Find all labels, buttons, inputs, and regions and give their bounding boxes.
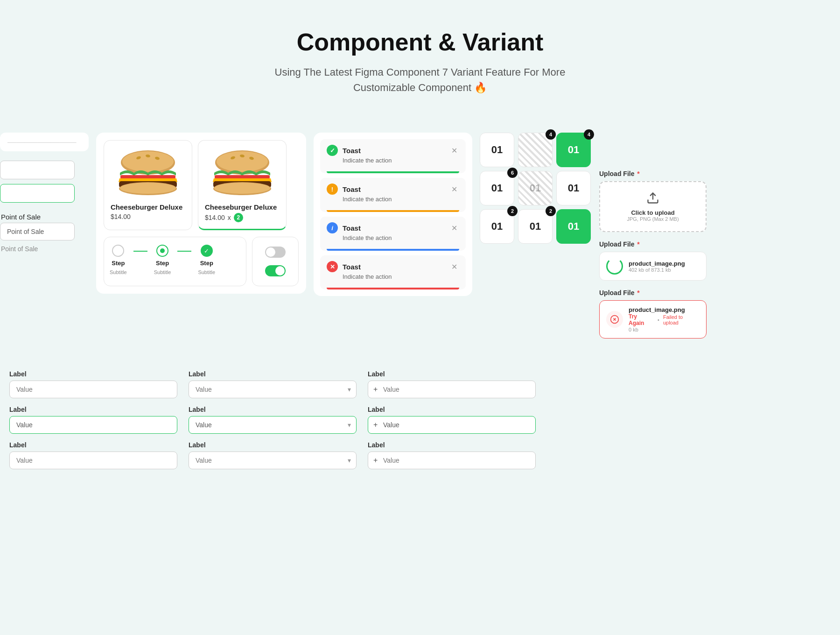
toggle-card <box>252 237 299 286</box>
form-group-1-3: Label <box>9 441 177 469</box>
form-input-3-1[interactable] <box>368 381 536 398</box>
form-group-3-3: Label + <box>368 441 536 469</box>
step-label-2: Step <box>156 260 169 267</box>
form-input-2-3[interactable] <box>189 452 357 469</box>
toast-title-error: Toast <box>343 263 445 271</box>
toggle-on[interactable] <box>265 265 286 276</box>
badge-label-3: 01 <box>568 144 579 156</box>
step-subtitle-2: Subtitle <box>154 269 171 275</box>
pos-input-empty <box>0 161 75 179</box>
step-item-1: Step Subtitle <box>110 245 127 275</box>
toggle-off[interactable] <box>265 247 286 258</box>
plus-icon-3-1: + <box>373 385 378 394</box>
pos-label-text-1: Point of Sale <box>0 209 89 223</box>
form-input-wrapper-3-1: + <box>368 381 536 398</box>
form-group-2-2: Label ▾ <box>189 406 357 434</box>
try-again-button[interactable]: Try Again <box>629 313 654 326</box>
form-col-3: Label + Label + Label + <box>368 370 536 477</box>
stepper-card: Step Subtitle Step Subtitle <box>104 237 246 286</box>
toast-title-success: Toast <box>343 147 445 155</box>
toast-card-success: ✓ Toast ✕ Indicate the action <box>320 139 466 173</box>
badge-num-2: 4 <box>546 129 556 140</box>
form-input-wrapper-3-3: + <box>368 452 536 469</box>
form-input-wrapper-2-1: ▾ <box>189 381 357 398</box>
upload-box-empty[interactable]: Click to upload JPG, PNG (Max 2 MB) <box>599 181 707 232</box>
form-label-2-3: Label <box>189 441 357 449</box>
pos-label-1: ──────────────── <box>7 139 76 146</box>
svg-rect-14 <box>215 175 270 179</box>
form-input-2-2[interactable] <box>189 416 357 434</box>
upload-click-text: Click to upload <box>609 209 696 216</box>
form-input-3-3[interactable] <box>368 452 536 469</box>
upload-filename-loading: product_image.png <box>629 260 685 267</box>
svg-point-17 <box>214 183 270 194</box>
form-label-3-3: Label <box>368 441 536 449</box>
form-group-1-1: Label <box>9 370 177 398</box>
upload-file-card-error: product_image.png Try Again • Failed to … <box>599 300 707 339</box>
warning-icon: ! <box>331 186 333 193</box>
form-label-1-1: Label <box>9 370 177 378</box>
chevron-down-icon-2-2: ▾ <box>348 421 351 429</box>
upload-error-row: Try Again • Failed to upload <box>629 313 700 326</box>
svg-point-1 <box>122 151 174 172</box>
form-group-1-2: Label <box>9 406 177 434</box>
badge-card-6: 01 <box>556 171 591 205</box>
pos-label-outline: Point of Sale <box>0 223 75 240</box>
pos-input-green <box>0 184 75 203</box>
form-input-wrapper-3-2: + <box>368 416 536 434</box>
upload-section-empty: Upload File * Click to upload JPG, PNG (… <box>599 170 707 232</box>
svg-point-10 <box>217 151 268 172</box>
upload-file-info-loading: product_image.png 402 kb of 873.1 kb <box>629 260 685 273</box>
toast-title-warning: Toast <box>343 185 445 193</box>
product-card-2[interactable]: Cheeseburger Deluxe $14.00 x 2 <box>198 140 287 230</box>
toast-close-error[interactable]: ✕ <box>449 261 459 272</box>
upload-error-text: Failed to upload <box>663 314 700 325</box>
form-group-2-3: Label ▾ <box>189 441 357 469</box>
badge-card-8: 01 2 <box>518 209 553 244</box>
form-label-1-3: Label <box>9 441 177 449</box>
toast-close-success[interactable]: ✕ <box>449 145 459 156</box>
product-price-1: $14.00 <box>111 213 185 220</box>
upload-filename-error: product_image.png <box>629 306 700 313</box>
upload-error-size: 0 kb <box>629 327 700 332</box>
form-label-2-1: Label <box>189 370 357 378</box>
main-content: ──────────────── Point of Sale Point of … <box>0 133 840 366</box>
step-subtitle-1: Subtitle <box>110 269 127 275</box>
badge-label-7: 01 <box>491 220 503 233</box>
form-input-2-1[interactable] <box>189 381 357 398</box>
form-group-3-1: Label + <box>368 370 536 398</box>
svg-point-8 <box>120 183 176 194</box>
toast-card-info: i Toast ✕ Indicate the action <box>320 217 466 251</box>
step-item-2: Step Subtitle <box>154 245 171 275</box>
form-input-1-2[interactable] <box>9 416 177 434</box>
form-input-1-3[interactable] <box>9 452 177 469</box>
form-label-3-2: Label <box>368 406 536 413</box>
products-wrapper: Cheeseburger Deluxe $14.00 <box>96 133 306 294</box>
upload-progress-text: 402 kb of 873.1 kb <box>629 267 685 273</box>
badge-label-1: 01 <box>491 144 503 156</box>
upload-section-loading: Upload File * product_image.png 402 kb o… <box>599 240 707 281</box>
product-card-1[interactable]: Cheeseburger Deluxe $14.00 <box>104 140 192 230</box>
toggle-knob-on <box>275 266 285 275</box>
step-label-1: Step <box>112 260 125 267</box>
toast-header-success: ✓ Toast ✕ <box>327 145 459 156</box>
form-input-3-2[interactable] <box>368 416 536 434</box>
col-products: Cheeseburger Deluxe $14.00 <box>96 133 306 294</box>
col-point-of-sale: ──────────────── Point of Sale Point of … <box>0 133 89 254</box>
toast-close-warning[interactable]: ✕ <box>449 184 459 195</box>
toast-container: ✓ Toast ✕ Indicate the action ! Toast ✕ … <box>314 133 472 296</box>
form-input-1-1[interactable] <box>9 381 177 398</box>
toast-body-error: Indicate the action <box>343 273 459 285</box>
toast-close-info[interactable]: ✕ <box>449 223 459 233</box>
toast-header-warning: ! Toast ✕ <box>327 183 459 195</box>
product-name-2: Cheeseburger Deluxe <box>205 203 280 211</box>
toast-header-error: ✕ Toast ✕ <box>327 261 459 272</box>
burger-image-2 <box>205 147 280 198</box>
required-star-1: * <box>637 170 639 177</box>
col-toast: ✓ Toast ✕ Indicate the action ! Toast ✕ … <box>314 133 472 296</box>
toast-card-warning: ! Toast ✕ Indicate the action <box>320 178 466 212</box>
pos-label-plain: Point of Sale <box>0 243 89 254</box>
upload-section-error: Upload File * product_image.png Try Agai… <box>599 289 707 339</box>
toast-icon-warning: ! <box>327 183 338 195</box>
step-item-3: ✓ Step Subtitle <box>198 245 215 275</box>
